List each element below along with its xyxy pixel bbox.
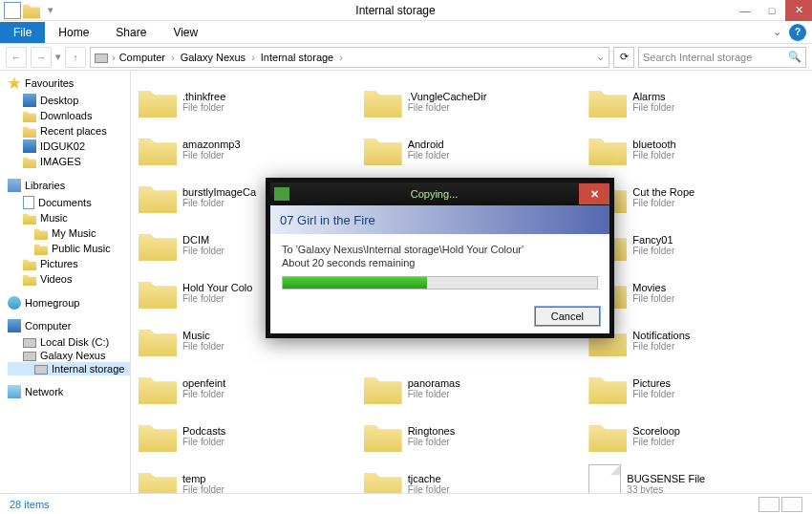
- file-item[interactable]: PicturesFile folder: [588, 367, 804, 409]
- sidebar-item-internal-storage[interactable]: Internal storage: [8, 362, 130, 375]
- qat-caret-icon[interactable]: ▾: [42, 2, 59, 19]
- sidebar-computer[interactable]: Computer: [25, 320, 71, 332]
- sidebar-item-videos[interactable]: Videos: [8, 271, 130, 287]
- file-item[interactable]: NotificationsFile folder: [588, 319, 804, 361]
- file-item[interactable]: Fancy01File folder: [588, 224, 804, 266]
- sidebar-item-my-music[interactable]: My Music: [8, 225, 130, 241]
- new-folder-icon[interactable]: [23, 2, 40, 19]
- back-button[interactable]: ←: [6, 47, 27, 68]
- file-type: File folder: [408, 389, 460, 399]
- file-item[interactable]: PodcastsFile folder: [139, 415, 354, 457]
- file-type: File folder: [632, 389, 674, 399]
- file-type: File folder: [182, 484, 224, 494]
- sidebar-item-galaxy-nexus[interactable]: Galaxy Nexus: [8, 349, 130, 362]
- sidebar-item-desktop[interactable]: Desktop: [8, 93, 130, 108]
- file-type: File folder: [182, 389, 225, 399]
- copy-dialog-title: 07 Girl in the Fire: [270, 205, 609, 234]
- copy-dialog-dest: To 'Galaxy Nexus\Internal storage\Hold Y…: [282, 244, 598, 255]
- sidebar-item-public-music[interactable]: Public Music: [8, 241, 130, 256]
- file-name: amazonmp3: [182, 139, 241, 150]
- forward-button[interactable]: →: [31, 47, 52, 68]
- file-item[interactable]: AlarmsFile folder: [588, 80, 804, 122]
- file-name: Podcasts: [182, 425, 225, 437]
- sidebar-network[interactable]: Network: [25, 386, 63, 397]
- folder-icon: [588, 133, 627, 165]
- folder-icon: [364, 133, 402, 165]
- view-icons-button[interactable]: [781, 497, 802, 512]
- file-item[interactable]: amazonmp3File folder: [139, 128, 354, 170]
- tab-home[interactable]: Home: [45, 22, 102, 43]
- copy-dialog-icon: [274, 187, 289, 201]
- search-input[interactable]: Search Internal storage🔍: [638, 47, 806, 68]
- sidebar-libraries[interactable]: Libraries: [25, 180, 65, 191]
- file-name: openfeint: [182, 377, 225, 389]
- help-icon[interactable]: ?: [789, 24, 806, 41]
- file-type: File folder: [182, 150, 241, 161]
- sidebar-favourites[interactable]: Favourites: [25, 77, 74, 89]
- file-name: Notifications: [632, 330, 690, 341]
- file-type: File folder: [408, 150, 450, 161]
- maximize-button[interactable]: □: [759, 0, 785, 21]
- file-name: Cut the Rope: [632, 186, 694, 198]
- file-item[interactable]: BUGSENSE File33 bytes: [588, 462, 804, 493]
- star-icon: [8, 76, 21, 90]
- up-button[interactable]: ↑: [65, 47, 86, 68]
- file-type: File folder: [632, 341, 690, 352]
- breadcrumb[interactable]: › Computer Galaxy Nexus Internal storage…: [90, 47, 609, 68]
- file-item[interactable]: .VungleCacheDirFile folder: [364, 80, 580, 122]
- file-name: Android: [408, 139, 450, 150]
- crumb-storage[interactable]: Internal storage: [261, 52, 349, 63]
- sidebar-item-recent[interactable]: Recent places: [8, 123, 130, 139]
- file-type: File folder: [408, 484, 450, 494]
- history-caret-icon[interactable]: ▾: [55, 51, 61, 63]
- file-item[interactable]: ScoreloopFile folder: [588, 415, 804, 457]
- breadcrumb-caret-icon[interactable]: ⌄: [596, 51, 605, 63]
- close-button[interactable]: ✕: [785, 0, 812, 21]
- tab-file[interactable]: File: [0, 22, 45, 43]
- tab-view[interactable]: View: [160, 22, 211, 43]
- dialog-close-button[interactable]: ✕: [579, 183, 609, 204]
- ribbon-expand-icon[interactable]: ⌄: [768, 24, 785, 41]
- file-item[interactable]: bluetoothFile folder: [588, 128, 804, 170]
- file-item[interactable]: AndroidFile folder: [364, 128, 580, 170]
- file-type: File folder: [632, 293, 674, 304]
- crumb-computer[interactable]: Computer: [119, 52, 181, 63]
- file-type: File folder: [408, 102, 487, 113]
- drive-icon: [95, 54, 108, 63]
- file-name: Fancy01: [632, 234, 674, 246]
- sidebar-homegroup[interactable]: Homegroup: [25, 297, 79, 309]
- copy-dialog: Copying... ✕ 07 Girl in the Fire To 'Gal…: [266, 178, 614, 338]
- sidebar-item-pictures[interactable]: Pictures: [8, 256, 130, 271]
- file-name: Alarms: [632, 91, 674, 102]
- file-name: Hold Your Colo: [182, 282, 252, 293]
- file-item[interactable]: MoviesFile folder: [588, 271, 804, 313]
- sidebar-item-downloads[interactable]: Downloads: [8, 108, 130, 123]
- folder-icon: [364, 419, 402, 452]
- properties-icon[interactable]: [4, 2, 21, 19]
- library-icon: [8, 179, 21, 192]
- view-details-button[interactable]: [759, 497, 780, 512]
- file-item[interactable]: RingtonesFile folder: [364, 415, 580, 457]
- refresh-button[interactable]: ⟳: [613, 47, 634, 68]
- file-name: tjcache: [408, 473, 450, 484]
- file-item[interactable]: .thinkfreeFile folder: [139, 80, 354, 122]
- tab-share[interactable]: Share: [102, 22, 160, 43]
- computer-icon: [8, 319, 21, 332]
- file-item[interactable]: panoramasFile folder: [364, 367, 580, 409]
- quick-access-toolbar: ▾: [0, 2, 59, 19]
- file-item[interactable]: Cut the RopeFile folder: [588, 176, 804, 218]
- file-type: File folder: [408, 437, 456, 447]
- sidebar-item-idguk02[interactable]: IDGUK02: [8, 139, 130, 154]
- sidebar-item-music[interactable]: Music: [8, 210, 130, 225]
- file-item[interactable]: tjcacheFile folder: [364, 462, 580, 493]
- sidebar-item-images[interactable]: IMAGES: [8, 154, 130, 169]
- crumb-device[interactable]: Galaxy Nexus: [181, 52, 261, 63]
- minimize-button[interactable]: —: [732, 0, 759, 21]
- sidebar-item-documents[interactable]: Documents: [8, 195, 130, 210]
- file-type: File folder: [182, 246, 224, 256]
- file-type: File folder: [182, 341, 224, 352]
- sidebar-item-local-disk[interactable]: Local Disk (C:): [8, 335, 130, 349]
- file-item[interactable]: tempFile folder: [139, 462, 354, 493]
- cancel-button[interactable]: Cancel: [535, 307, 600, 326]
- file-item[interactable]: openfeintFile folder: [139, 367, 354, 409]
